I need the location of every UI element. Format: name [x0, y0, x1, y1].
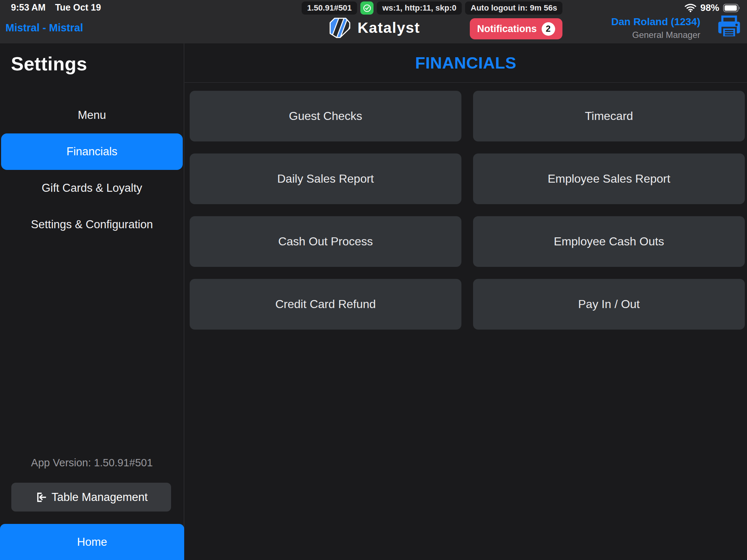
pay-in-out-button[interactable]: Pay In / Out	[473, 279, 745, 330]
financials-panel: FINANCIALS Guest Checks Timecard Daily S…	[185, 43, 747, 560]
printer-button[interactable]	[716, 15, 742, 40]
notifications-button[interactable]: Notifications 2	[470, 18, 562, 39]
user-name: Dan Roland (1234)	[611, 16, 700, 28]
table-management-label: Table Management	[51, 491, 148, 504]
auto-logout-pill: Auto logout in: 9m 56s	[465, 1, 562, 15]
financials-grid: Guest Checks Timecard Daily Sales Report…	[185, 83, 747, 330]
sidebar-nav: Menu Financials Gift Cards & Loyalty Set…	[0, 97, 184, 243]
employee-sales-report-button[interactable]: Employee Sales Report	[473, 153, 745, 204]
user-role: General Manager	[611, 30, 700, 40]
sidebar-item-financials[interactable]: Financials	[1, 133, 183, 170]
status-date: Tue Oct 19	[55, 2, 101, 13]
printer-icon	[716, 15, 742, 39]
status-pills: 1.50.91#501 ws:1, http:11, skp:0 Auto lo…	[302, 1, 562, 15]
app-version-pill: 1.50.91#501	[302, 1, 357, 15]
battery-percent: 98%	[700, 2, 719, 13]
sidebar-item-gift-cards-loyalty[interactable]: Gift Cards & Loyalty	[0, 170, 184, 206]
notifications-count-badge: 2	[542, 22, 555, 36]
header-bar: 9:53 AM Tue Oct 19 1.50.91#501 ws:1, htt…	[0, 0, 747, 43]
table-management-button[interactable]: Table Management	[11, 483, 171, 512]
wifi-icon	[684, 3, 697, 12]
home-button[interactable]: Home	[0, 524, 184, 560]
app-version-label: App Version: 1.50.91#501	[0, 457, 184, 469]
sidebar-title: Settings	[11, 53, 184, 75]
timecard-button[interactable]: Timecard	[473, 91, 745, 141]
notifications-label: Notifications	[477, 23, 537, 35]
employee-cash-outs-button[interactable]: Employee Cash Outs	[473, 216, 745, 267]
sidebar-item-menu[interactable]: Menu	[0, 97, 184, 133]
sidebar-item-settings-configuration[interactable]: Settings & Configuration	[0, 206, 184, 243]
brand-name: Katalyst	[357, 19, 420, 36]
exit-left-icon	[35, 491, 47, 503]
connection-stats-pill: ws:1, http:11, skp:0	[377, 1, 462, 15]
status-clock: 9:53 AM Tue Oct 19	[11, 2, 101, 13]
daily-sales-report-button[interactable]: Daily Sales Report	[190, 153, 461, 204]
store-selector-link[interactable]: Mistral - Mistral	[5, 22, 83, 34]
status-time: 9:53 AM	[11, 2, 46, 13]
katalyst-logo	[327, 18, 351, 38]
battery-icon	[723, 4, 740, 12]
check-circle-icon	[362, 3, 372, 13]
settings-sidebar: Settings Menu Financials Gift Cards & Lo…	[0, 43, 184, 560]
home-label: Home	[77, 536, 107, 549]
status-system: 98%	[684, 2, 740, 13]
connection-ok-badge	[360, 1, 374, 15]
cash-out-process-button[interactable]: Cash Out Process	[190, 216, 461, 267]
guest-checks-button[interactable]: Guest Checks	[190, 91, 461, 141]
current-user[interactable]: Dan Roland (1234) General Manager	[611, 16, 700, 40]
credit-card-refund-button[interactable]: Credit Card Refund	[190, 279, 461, 330]
page-title: FINANCIALS	[185, 43, 747, 83]
brand-lockup: Katalyst	[327, 18, 420, 38]
